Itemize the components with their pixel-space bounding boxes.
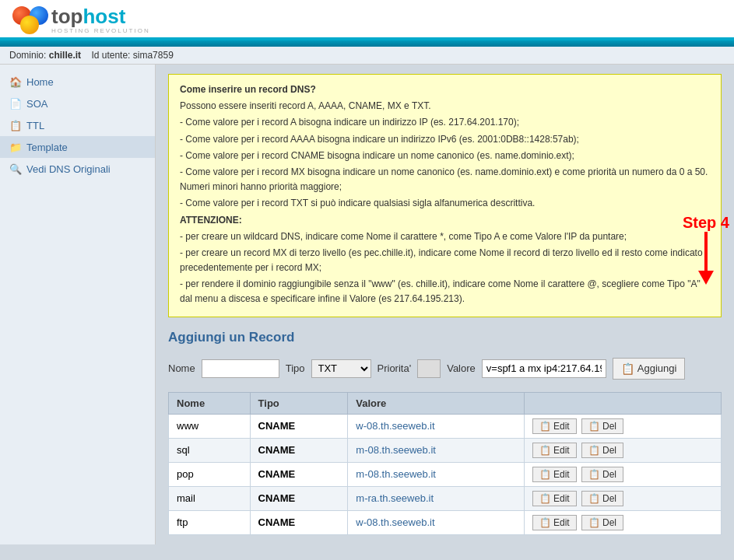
tipo-select[interactable]: A AAAA CNAME MX TXT <box>311 359 371 378</box>
cell-actions-2: 📋 Edit 📋 Del <box>524 462 721 486</box>
sidebar-item-template-label: Template <box>26 142 68 153</box>
user-label: Id utente: <box>91 50 130 61</box>
aggiungi-button[interactable]: 📋 Aggiungi <box>613 358 686 380</box>
info-bar: Dominio: chille.it Id utente: sima7859 <box>0 47 734 65</box>
header-blue-bar <box>0 40 734 47</box>
step4-arrow <box>683 232 729 285</box>
cell-tipo-2: CNAME <box>250 462 348 486</box>
valore-label: Valore <box>447 362 476 374</box>
valore-link-3: m-ra.th.seeweb.it <box>356 492 434 504</box>
info-line-9: - per rendere il dominio raggiungibile s… <box>180 277 710 306</box>
info-section: Come inserire un record DNS? Possono ess… <box>168 74 722 317</box>
cell-tipo-1: CNAME <box>250 438 348 462</box>
edit-button-3[interactable]: 📋 Edit <box>532 491 577 506</box>
action-cell-0: 📋 Edit 📋 Del <box>532 418 713 434</box>
table-row: mail CNAME m-ra.th.seeweb.it 📋 Edit 📋 De… <box>169 486 722 510</box>
info-attenzione: ATTENZIONE: <box>180 213 710 228</box>
info-line-2: - Come valore per i record AAAA bisogna … <box>180 132 710 147</box>
aggiungi-icon: 📋 <box>621 362 634 375</box>
logo: tophost HOSTING REVOLUTION <box>12 6 722 34</box>
info-line-3: - Come valore per i record CNAME bisogna… <box>180 149 710 163</box>
nome-input[interactable] <box>202 359 279 378</box>
add-record-title: Aggiungi un Record <box>168 330 722 345</box>
valore-link-2: m-08.th.seeweb.it <box>356 468 436 480</box>
col-tipo: Tipo <box>250 392 348 414</box>
step4-label: Step 4 <box>683 214 729 232</box>
logo-circles <box>12 6 48 34</box>
action-cell-4: 📋 Edit 📋 Del <box>532 515 713 530</box>
sidebar-item-ttl[interactable]: TTL <box>0 114 155 136</box>
edit-button-4[interactable]: 📋 Edit <box>532 515 577 530</box>
sidebar-item-home[interactable]: Home <box>0 71 155 93</box>
step4-arrow-head <box>698 271 714 285</box>
cell-tipo-0: CNAME <box>250 414 348 438</box>
sidebar-item-soa-label: SOA <box>26 98 47 110</box>
cell-nome-2: pop <box>169 462 251 486</box>
header: tophost HOSTING REVOLUTION <box>0 0 734 40</box>
logo-circle-yellow <box>20 16 39 34</box>
del-button-0[interactable]: 📋 Del <box>581 418 623 434</box>
col-valore: Valore <box>348 392 524 414</box>
info-line-5: - Come valore per i record TXT si può in… <box>180 196 710 211</box>
cell-valore-1: m-08.th.seeweb.it <box>348 438 524 462</box>
action-cell-2: 📋 Edit 📋 Del <box>532 467 713 482</box>
cell-tipo-3: CNAME <box>250 486 348 510</box>
tipo-label: Tipo <box>286 362 305 374</box>
table-row: pop CNAME m-08.th.seeweb.it 📋 Edit 📋 Del <box>169 462 722 486</box>
cell-tipo-4: CNAME <box>250 510 348 534</box>
ttl-icon <box>9 119 22 131</box>
valore-link-1: m-08.th.seeweb.it <box>356 444 436 456</box>
sidebar-item-home-label: Home <box>26 76 54 88</box>
table-row: ftp CNAME w-08.th.seeweb.it 📋 Edit 📋 Del <box>169 510 722 534</box>
del-button-1[interactable]: 📋 Del <box>581 443 623 458</box>
del-button-3[interactable]: 📋 Del <box>581 491 623 506</box>
add-record-form: Nome Tipo A AAAA CNAME MX TXT Priorita' … <box>168 353 722 384</box>
cell-actions-0: 📋 Edit 📋 Del <box>524 414 721 438</box>
cell-valore-3: m-ra.th.seeweb.it <box>348 486 524 510</box>
main-layout: Home SOA TTL Template Vedi DNS Originali… <box>0 65 734 544</box>
logo-main-text: tophost <box>51 6 150 26</box>
sidebar-item-ttl-label: TTL <box>26 120 44 131</box>
info-line-4: - Come valore per i record MX bisogna in… <box>180 165 710 194</box>
domain-label: Dominio: <box>9 50 46 61</box>
sidebar-item-soa[interactable]: SOA <box>0 93 155 114</box>
info-title: Come inserire un record DNS? <box>180 82 710 97</box>
step4-annotation: Step 4 <box>683 214 729 285</box>
priorita-input[interactable] <box>417 359 441 378</box>
del-button-2[interactable]: 📋 Del <box>581 467 623 482</box>
step4-arrow-line <box>704 232 708 271</box>
del-button-4[interactable]: 📋 Del <box>581 515 623 530</box>
edit-button-2[interactable]: 📋 Edit <box>532 467 577 482</box>
info-line-7: - per creare un wildcard DNS, indicare c… <box>180 229 710 244</box>
valore-input[interactable] <box>482 359 606 378</box>
valore-link-4: w-08.th.seeweb.it <box>356 516 434 528</box>
cell-valore-2: m-08.th.seeweb.it <box>348 462 524 486</box>
dns-table: Nome Tipo Valore www CNAME w-08.th.seewe… <box>168 392 722 535</box>
cell-nome-0: www <box>169 414 251 438</box>
valore-link-0: w-08.th.seeweb.it <box>356 420 434 432</box>
action-cell-3: 📋 Edit 📋 Del <box>532 491 713 506</box>
cell-valore-0: w-08.th.seeweb.it <box>348 414 524 438</box>
dns-icon <box>9 163 22 175</box>
table-header-row: Nome Tipo Valore <box>169 392 722 414</box>
col-actions <box>524 392 721 414</box>
user-value: sima7859 <box>133 50 174 61</box>
add-record-section: Aggiungi un Record Nome Tipo A AAAA CNAM… <box>168 330 722 384</box>
cell-nome-3: mail <box>169 486 251 510</box>
col-nome: Nome <box>169 392 251 414</box>
logo-tagline: HOSTING REVOLUTION <box>51 27 150 34</box>
table-row: www CNAME w-08.th.seeweb.it 📋 Edit 📋 Del <box>169 414 722 438</box>
info-line-0: Possono essere inseriti record A, AAAA, … <box>180 99 710 114</box>
priorita-label: Priorita' <box>378 362 412 374</box>
sidebar-item-template[interactable]: Template <box>0 136 155 158</box>
logo-text: tophost HOSTING REVOLUTION <box>51 6 150 34</box>
edit-button-1[interactable]: 📋 Edit <box>532 443 577 458</box>
cell-nome-1: sql <box>169 438 251 462</box>
sidebar: Home SOA TTL Template Vedi DNS Originali <box>0 65 156 544</box>
main-content: Come inserire un record DNS? Possono ess… <box>156 65 734 544</box>
sidebar-item-vedi-dns[interactable]: Vedi DNS Originali <box>0 158 155 180</box>
aggiungi-label: Aggiungi <box>637 362 677 374</box>
domain-value: chille.it <box>49 50 81 61</box>
edit-button-0[interactable]: 📋 Edit <box>532 418 577 434</box>
cell-valore-4: w-08.th.seeweb.it <box>348 510 524 534</box>
